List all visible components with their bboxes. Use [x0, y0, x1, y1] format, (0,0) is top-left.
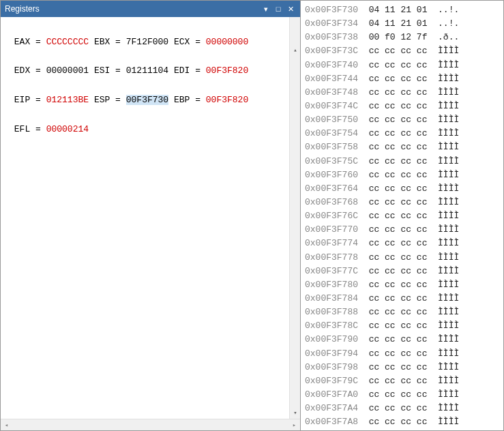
memory-row[interactable]: 0x00F3F764 cc cc cc cc ÌÌÌÌ: [305, 182, 499, 196]
memory-panel[interactable]: 0x00F3F730 04 11 21 01 ..!.0x00F3F734 04…: [301, 1, 503, 430]
reg-esi-name: ESI: [94, 65, 110, 76]
memory-address: 0x00F3F734: [305, 18, 358, 29]
memory-row[interactable]: 0x00F3F738 00 f0 12 7f .ð..: [305, 31, 499, 44]
memory-address: 0x00F3F79C: [305, 376, 358, 386]
memory-bytes: cc cc cc cc: [369, 321, 428, 331]
memory-row[interactable]: 0x00F3F798 cc cc cc cc ÌÌÌÌ: [305, 361, 499, 374]
memory-row[interactable]: 0x00F3F774 cc cc cc cc ÌÌÌÌ: [305, 237, 499, 250]
reg-eip-value[interactable]: 012113BE: [46, 95, 89, 105]
memory-row[interactable]: 0x00F3F73C cc cc cc cc ÌÌÌÌ: [305, 44, 499, 58]
memory-address: 0x00F3F754: [305, 128, 358, 138]
reg-ecx-value[interactable]: 00000000: [206, 37, 248, 47]
memory-row[interactable]: 0x00F3F748 cc cc cc cc ÌÌÌÌ: [305, 86, 499, 100]
memory-row[interactable]: 0x00F3F78C cc cc cc cc ÌÌÌÌ: [305, 319, 499, 333]
reg-edx-value[interactable]: 00000001: [46, 65, 89, 76]
memory-row[interactable]: 0x00F3F7A4 cc cc cc cc ÌÌÌÌ: [305, 402, 499, 415]
memory-row[interactable]: 0x00F3F77C cc cc cc cc ÌÌÌÌ: [305, 265, 499, 278]
memory-row[interactable]: 0x00F3F788 cc cc cc cc ÌÌÌÌ: [305, 306, 499, 319]
memory-address: 0x00F3F764: [305, 183, 358, 194]
memory-ascii: ÌÌÌÌ: [438, 293, 459, 303]
memory-row[interactable]: 0x00F3F74C cc cc cc cc ÌÌÌÌ: [305, 100, 499, 113]
vertical-scrollbar[interactable]: ▴ ▾: [289, 17, 300, 419]
memory-address: 0x00F3F76C: [305, 211, 358, 221]
memory-row[interactable]: 0x00F3F730 04 11 21 01 ..!.: [305, 3, 499, 17]
memory-row[interactable]: 0x00F3F794 cc cc cc cc ÌÌÌÌ: [305, 347, 499, 361]
memory-ascii: .ð..: [438, 32, 459, 42]
reg-edi-value[interactable]: 00F3F820: [206, 65, 248, 76]
scroll-left-icon[interactable]: ◂: [1, 419, 12, 431]
scroll-down-icon[interactable]: ▾: [290, 408, 300, 419]
memory-bytes: 00 f0 12 7f: [369, 32, 428, 42]
memory-address: 0x00F3F748: [305, 87, 358, 98]
reg-edx-name: EDX: [14, 65, 30, 76]
reg-esi-value[interactable]: 01211104: [126, 65, 168, 76]
registers-content[interactable]: EAX = CCCCCCCC EBX = 7F12F000 ECX = 0000…: [1, 17, 300, 419]
memory-row[interactable]: 0x00F3F75C cc cc cc cc ÌÌÌÌ: [305, 155, 499, 168]
memory-bytes: cc cc cc cc: [369, 87, 428, 98]
reg-ebp-value[interactable]: 00F3F820: [206, 95, 248, 105]
memory-row[interactable]: 0x00F3F754 cc cc cc cc ÌÌÌÌ: [305, 127, 499, 140]
memory-ascii: ÌÌÌÌ: [438, 266, 459, 276]
memory-row[interactable]: 0x00F3F744 cc cc cc cc ÌÌÌÌ: [305, 72, 499, 86]
memory-row[interactable]: 0x00F3F79C cc cc cc cc ÌÌÌÌ: [305, 374, 499, 388]
memory-ascii: ÌÌÌÌ: [438, 238, 459, 248]
memory-row[interactable]: 0x00F3F750 cc cc cc cc ÌÌÌÌ: [305, 113, 499, 127]
memory-bytes: 04 11 21 01: [369, 18, 428, 29]
memory-address: 0x00F3F7A0: [305, 389, 358, 400]
memory-row[interactable]: 0x00F3F784 cc cc cc cc ÌÌÌÌ: [305, 292, 499, 306]
memory-bytes: cc cc cc cc: [369, 224, 428, 235]
memory-ascii: ÌÌÌÌ: [438, 74, 459, 84]
memory-address: 0x00F3F77C: [305, 266, 358, 276]
memory-ascii: ÌÌÌÌ: [438, 389, 459, 400]
registers-titlebar[interactable]: Registers ▾ □ ✕: [1, 1, 300, 17]
memory-row[interactable]: 0x00F3F7AC cc cc cc cc ÌÌÌÌ: [305, 429, 499, 430]
reg-esp-value[interactable]: 00F3F730: [126, 95, 168, 105]
memory-row[interactable]: 0x00F3F7A8 cc cc cc cc ÌÌÌÌ: [305, 415, 499, 429]
memory-address: 0x00F3F780: [305, 280, 358, 290]
memory-address: 0x00F3F738: [305, 32, 358, 42]
register-row: EAX = CCCCCCCC EBX = 7F12F000 ECX = 0000…: [9, 35, 292, 50]
window-menu-icon[interactable]: ▾: [261, 3, 271, 14]
memory-bytes: cc cc cc cc: [369, 142, 428, 152]
memory-row[interactable]: 0x00F3F790 cc cc cc cc ÌÌÌÌ: [305, 333, 499, 346]
memory-row[interactable]: 0x00F3F7A0 cc cc cc cc ÌÌÌÌ: [305, 388, 499, 402]
memory-bytes: cc cc cc cc: [369, 376, 428, 386]
memory-ascii: ..!.: [438, 18, 459, 29]
memory-bytes: cc cc cc cc: [369, 252, 428, 263]
memory-bytes: 04 11 21 01: [369, 5, 428, 15]
memory-ascii: ÌÌÌÌ: [438, 334, 459, 344]
reg-ebp-name: EBP: [174, 95, 190, 105]
memory-row[interactable]: 0x00F3F734 04 11 21 01 ..!.: [305, 17, 499, 31]
memory-row[interactable]: 0x00F3F780 cc cc cc cc ÌÌÌÌ: [305, 278, 499, 292]
register-row: EFL = 00000214: [9, 123, 292, 137]
memory-row[interactable]: 0x00F3F770 cc cc cc cc ÌÌÌÌ: [305, 223, 499, 237]
reg-ebx-value[interactable]: 7F12F000: [126, 37, 168, 47]
reg-eax-value[interactable]: CCCCCCCC: [46, 37, 89, 47]
reg-ebx-name: EBX: [94, 37, 110, 47]
memory-address: 0x00F3F7A8: [305, 417, 358, 427]
memory-row[interactable]: 0x00F3F76C cc cc cc cc ÌÌÌÌ: [305, 209, 499, 223]
horizontal-scrollbar[interactable]: ◂ ▸: [1, 419, 300, 430]
memory-address: 0x00F3F794: [305, 348, 358, 359]
memory-bytes: cc cc cc cc: [369, 417, 428, 427]
memory-bytes: cc cc cc cc: [369, 348, 428, 359]
memory-address: 0x00F3F788: [305, 307, 358, 317]
memory-ascii: ÌÌÌÌ: [438, 348, 459, 359]
memory-ascii: ÌÌÌÌ: [438, 87, 459, 98]
memory-ascii: ÌÌÌÌ: [438, 307, 459, 317]
memory-row[interactable]: 0x00F3F760 cc cc cc cc ÌÌÌÌ: [305, 168, 499, 182]
memory-row[interactable]: 0x00F3F768 cc cc cc cc ÌÌÌÌ: [305, 196, 499, 209]
memory-row[interactable]: 0x00F3F740 cc cc cc cc ÌÌÌÌ: [305, 59, 499, 72]
reg-efl-value[interactable]: 00000214: [46, 124, 89, 134]
memory-address: 0x00F3F790: [305, 334, 358, 344]
maximize-icon[interactable]: □: [273, 3, 284, 14]
memory-row[interactable]: 0x00F3F758 cc cc cc cc ÌÌÌÌ: [305, 140, 499, 154]
memory-bytes: cc cc cc cc: [369, 128, 428, 138]
memory-row[interactable]: 0x00F3F778 cc cc cc cc ÌÌÌÌ: [305, 251, 499, 265]
memory-ascii: ÌÌÌÌ: [438, 170, 459, 180]
memory-address: 0x00F3F760: [305, 170, 358, 180]
scroll-up-icon[interactable]: ▴: [290, 46, 300, 57]
close-icon[interactable]: ✕: [285, 3, 296, 14]
scroll-right-icon[interactable]: ▸: [288, 419, 300, 431]
memory-ascii: ÌÌÌÌ: [438, 197, 459, 207]
